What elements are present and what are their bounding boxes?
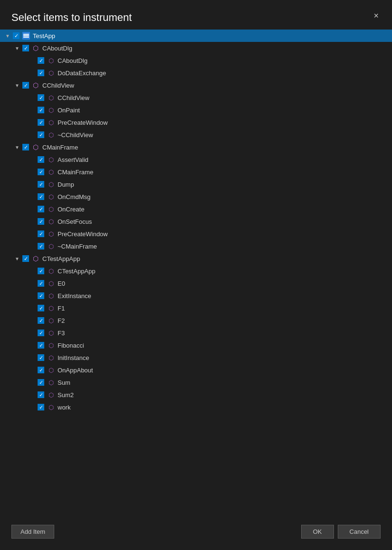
tree-item-dump[interactable]: ⬡ Dump <box>0 178 392 190</box>
checkbox-oncmdmsg[interactable] <box>38 193 44 200</box>
label-sum: Sum <box>58 379 70 386</box>
checkbox-f3[interactable] <box>38 330 44 336</box>
label-e0: E0 <box>58 280 65 287</box>
label-dump: Dump <box>58 181 74 188</box>
checkbox-testapp[interactable] <box>13 32 20 39</box>
checkbox-sum2[interactable] <box>38 391 44 398</box>
tree-item-initinstance[interactable]: ⬡ InitInstance <box>0 351 392 364</box>
tree-item-assertvalid[interactable]: ⬡ AssertValid <box>0 153 392 166</box>
method-icon: ⬡ <box>47 56 55 65</box>
checkbox-initinstance[interactable] <box>38 354 44 361</box>
checkbox-onappabout[interactable] <box>38 367 44 373</box>
method-icon: ⬡ <box>47 168 55 176</box>
tree-container[interactable]: TestApp ⬡ CAboutDlg ⬡ CAboutDlg ⬡ DoData… <box>0 30 392 519</box>
tree-item-oncmdmsg[interactable]: ⬡ OnCmdMsg <box>0 190 392 203</box>
class-icon-ctestappapp: ⬡ <box>31 254 40 263</box>
tree-item-oncreate[interactable]: ⬡ OnCreate <box>0 203 392 215</box>
tree-item-sum[interactable]: ⬡ Sum <box>0 376 392 389</box>
tree-item-ctestappapp[interactable]: ⬡ CTestAppApp <box>0 252 392 265</box>
tree-item-cchildview[interactable]: ⬡ CChildView <box>0 79 392 91</box>
class-icon-cchildview: ⬡ <box>31 81 40 90</box>
checkbox-caboutdlg-ctor[interactable] <box>38 57 44 64</box>
tree-item-onpaint[interactable]: ⬡ OnPaint <box>0 104 392 116</box>
tree-item-work[interactable]: ⬡ work <box>0 401 392 413</box>
tree-item-f2[interactable]: ⬡ F2 <box>0 314 392 327</box>
checkbox-caboutdlg[interactable] <box>22 45 29 51</box>
tree-item-cchildview-ctor[interactable]: ⬡ CChildView <box>0 91 392 104</box>
method-icon: ⬡ <box>47 279 55 288</box>
checkbox-precreatewindow-child[interactable] <box>38 119 44 126</box>
label-precreatewindow-child: PreCreateWindow <box>58 119 108 126</box>
expand-arrow-caboutdlg[interactable] <box>13 44 21 52</box>
checkbox-dtor-cchildview[interactable] <box>38 131 44 138</box>
checkbox-ctestappapp[interactable] <box>22 255 29 262</box>
method-icon: ⬡ <box>47 69 55 77</box>
tree-item-exitinstance[interactable]: ⬡ ExitInstance <box>0 290 392 302</box>
tree-item-precreatewindow-main[interactable]: ⬡ PreCreateWindow <box>0 228 392 240</box>
checkbox-onsetfocus[interactable] <box>38 218 44 225</box>
checkbox-fibonacci[interactable] <box>38 342 44 349</box>
checkbox-dtor-cmainframe[interactable] <box>38 243 44 250</box>
checkbox-dump[interactable] <box>38 181 44 188</box>
tree-item-f1[interactable]: ⬡ F1 <box>0 302 392 314</box>
tree-item-cmainframe[interactable]: ⬡ CMainFrame <box>0 141 392 153</box>
checkbox-work[interactable] <box>38 404 44 410</box>
checkbox-e0[interactable] <box>38 280 44 287</box>
close-button[interactable]: × <box>372 11 381 20</box>
label-sum2: Sum2 <box>58 391 74 399</box>
checkbox-exitinstance[interactable] <box>38 292 44 299</box>
checkbox-f1[interactable] <box>38 305 44 311</box>
expand-arrow-testapp[interactable] <box>4 32 11 40</box>
method-icon: ⬡ <box>47 390 55 399</box>
add-item-button[interactable]: Add Item <box>11 525 54 539</box>
tree-item-onappabout[interactable]: ⬡ OnAppAbout <box>0 364 392 376</box>
bottom-bar: Add Item OK Cancel <box>0 519 392 550</box>
checkbox-sum[interactable] <box>38 379 44 386</box>
expand-arrow-cmainframe[interactable] <box>13 143 21 151</box>
checkbox-oncreate[interactable] <box>38 206 44 212</box>
tree-item-caboutdlg[interactable]: ⬡ CAboutDlg <box>0 42 392 54</box>
label-initinstance: InitInstance <box>58 354 89 361</box>
checkbox-assertvalid[interactable] <box>38 156 44 163</box>
ok-button[interactable]: OK <box>301 525 334 539</box>
tree-item-onsetfocus[interactable]: ⬡ OnSetFocus <box>0 215 392 228</box>
label-dodataexchange: DoDataExchange <box>58 70 106 77</box>
tree-item-cmainframe-ctor[interactable]: ⬡ CMainFrame <box>0 166 392 178</box>
tree-item-e0[interactable]: ⬡ E0 <box>0 277 392 290</box>
checkbox-onpaint[interactable] <box>38 107 44 113</box>
tree-item-caboutdlg-ctor[interactable]: ⬡ CAboutDlg <box>0 54 392 67</box>
tree-item-dodataexchange[interactable]: ⬡ DoDataExchange <box>0 67 392 79</box>
checkbox-f2[interactable] <box>38 317 44 324</box>
label-onpaint: OnPaint <box>58 107 80 114</box>
label-f3: F3 <box>58 330 65 337</box>
checkbox-precreatewindow-main[interactable] <box>38 230 44 237</box>
dialog-title: Select items to instrument <box>11 11 132 24</box>
label-dtor-cmainframe: ~CMainFrame <box>58 243 97 250</box>
tree-item-ctestappapp-ctor[interactable]: ⬡ CTestAppApp <box>0 265 392 277</box>
cancel-button[interactable]: Cancel <box>338 525 381 539</box>
checkbox-cmainframe-ctor[interactable] <box>38 169 44 175</box>
checkbox-dodataexchange[interactable] <box>38 70 44 76</box>
label-exitinstance: ExitInstance <box>58 292 91 300</box>
tree-item-dtor-cmainframe[interactable]: ⬡ ~CMainFrame <box>0 240 392 252</box>
svg-rect-2 <box>23 35 29 36</box>
tree-item-testapp[interactable]: TestApp <box>0 30 392 42</box>
tree-item-sum2[interactable]: ⬡ Sum2 <box>0 389 392 401</box>
label-cchildview: CChildView <box>42 82 74 89</box>
checkbox-cchildview-ctor[interactable] <box>38 94 44 101</box>
method-icon: ⬡ <box>47 192 55 201</box>
checkbox-ctestappapp-ctor[interactable] <box>38 268 44 274</box>
label-ctestappapp-ctor: CTestAppApp <box>58 268 96 275</box>
method-icon: ⬡ <box>47 217 55 226</box>
tree-item-fibonacci[interactable]: ⬡ Fibonacci <box>0 339 392 351</box>
method-icon: ⬡ <box>47 304 55 312</box>
expand-arrow-cchildview[interactable] <box>13 81 21 89</box>
tree-item-dtor-cchildview[interactable]: ⬡ ~CChildView <box>0 129 392 141</box>
label-onsetfocus: OnSetFocus <box>58 218 92 225</box>
checkbox-cchildview[interactable] <box>22 82 29 89</box>
checkbox-cmainframe[interactable] <box>22 144 29 150</box>
method-icon: ⬡ <box>47 106 55 114</box>
tree-item-f3[interactable]: ⬡ F3 <box>0 327 392 339</box>
tree-item-precreatewindow-child[interactable]: ⬡ PreCreateWindow <box>0 116 392 129</box>
expand-arrow-ctestappapp[interactable] <box>13 255 21 262</box>
